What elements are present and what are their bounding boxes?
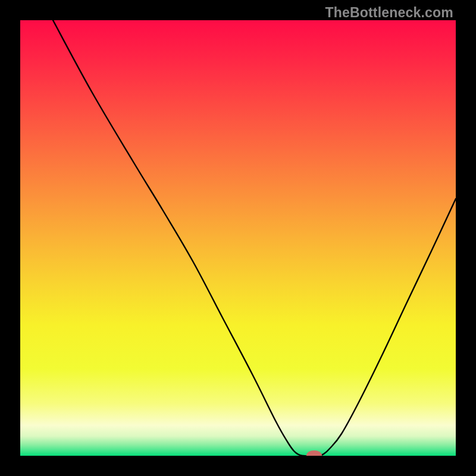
chart-svg <box>20 20 456 456</box>
gradient-background <box>20 20 456 456</box>
chart-area <box>20 20 456 456</box>
watermark-text: TheBottleneck.com <box>325 5 453 21</box>
